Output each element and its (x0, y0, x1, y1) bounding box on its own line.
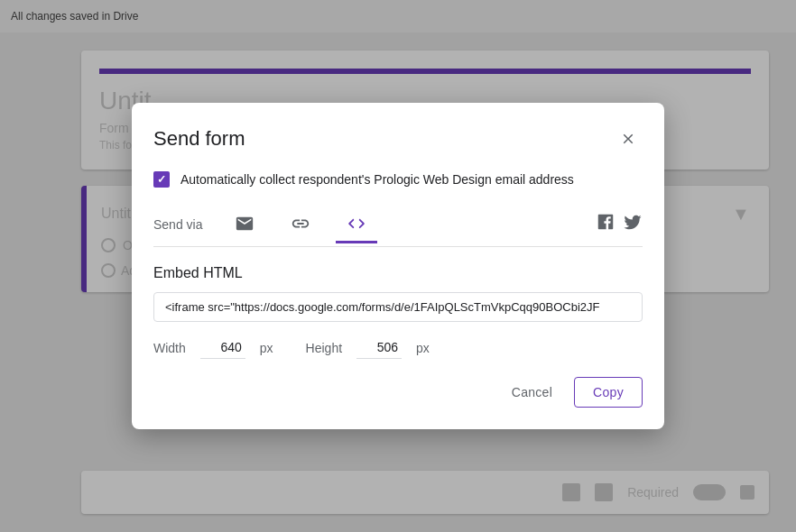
twitter-share-button[interactable] (623, 212, 643, 236)
tab-embed[interactable] (336, 206, 377, 243)
email-icon (235, 214, 255, 234)
collect-email-row: ✓ Automatically collect respondent's Pro… (153, 171, 643, 188)
dimension-row: Width px Height px (153, 336, 643, 359)
width-unit: px (260, 341, 273, 355)
copy-button[interactable]: Copy (574, 377, 643, 408)
embed-section: Embed HTML <iframe src="https://docs.goo… (153, 247, 643, 359)
modal-overlay: Send form ✓ Automatically collect respon… (0, 0, 796, 532)
close-button[interactable] (614, 124, 643, 153)
embed-icon (347, 214, 366, 234)
embed-title: Embed HTML (153, 265, 643, 281)
link-icon (291, 214, 310, 234)
collect-email-checkbox[interactable]: ✓ (153, 171, 170, 188)
tab-link[interactable] (280, 206, 321, 243)
modal-title: Send form (153, 127, 245, 151)
height-label: Height (306, 341, 342, 355)
social-icons-group (596, 212, 643, 236)
modal-footer: Cancel Copy (153, 377, 643, 408)
collect-email-label: Automatically collect respondent's Prolo… (180, 172, 574, 187)
embed-code-display[interactable]: <iframe src="https://docs.google.com/for… (153, 292, 643, 322)
send-via-row: Send via (153, 206, 643, 247)
close-icon (620, 131, 636, 147)
send-form-modal: Send form ✓ Automatically collect respon… (132, 103, 664, 429)
width-label: Width (153, 341, 186, 355)
height-input[interactable] (356, 336, 402, 359)
width-input[interactable] (200, 336, 245, 359)
tab-email[interactable] (224, 206, 265, 243)
send-via-label: Send via (153, 217, 202, 232)
modal-header: Send form (153, 124, 643, 153)
facebook-share-button[interactable] (596, 212, 616, 236)
checkmark-icon: ✓ (157, 173, 166, 186)
height-unit: px (416, 341, 430, 355)
cancel-button[interactable]: Cancel (497, 377, 567, 408)
